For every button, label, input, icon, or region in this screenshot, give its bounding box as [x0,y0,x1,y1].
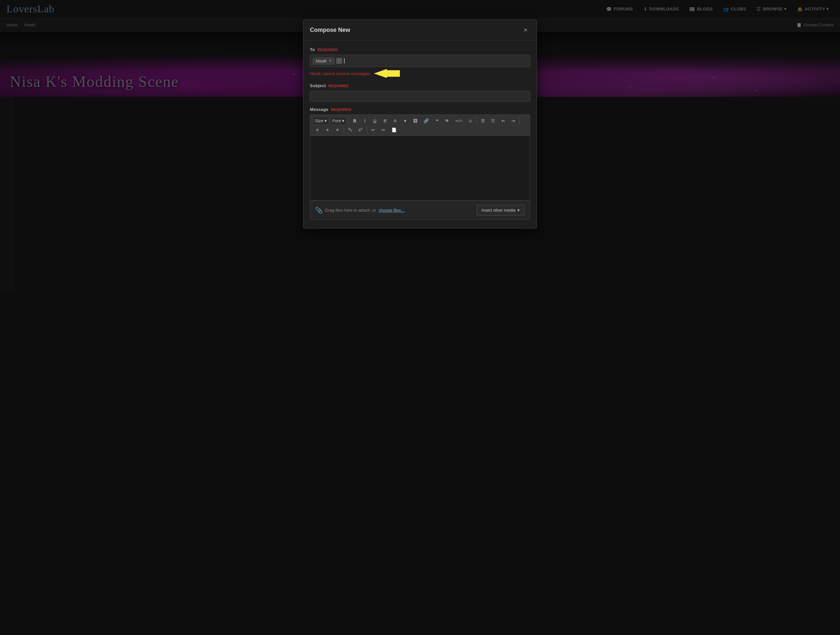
arrow-indicator [374,69,400,78]
modal-header: Compose New × [303,20,537,41]
to-cursor [344,58,345,63]
toolbar-text-color-arrow[interactable]: ▾ [401,117,410,125]
toolbar-separator-2 [477,118,477,124]
message-label: Message [310,107,328,112]
attach-icon: 📎 [316,207,322,214]
toolbar-separator-3 [519,118,520,124]
toolbar-highlight[interactable]: A [390,117,399,125]
toolbar-indent-decrease[interactable]: ⇐ [499,117,508,125]
message-field-group: Message REQUIRED Size ▾ Font ▾ B I [310,107,530,220]
editor-toolbar: Size ▾ Font ▾ B I U S A ▾ 🖼 🔗 [310,114,530,136]
to-label: To [310,47,315,52]
choose-files-link[interactable]: choose files... [379,208,405,213]
toolbar-italic[interactable]: I [360,117,369,125]
subject-required-badge: REQUIRED [328,84,349,88]
drag-label: Drag files here to attach, or [325,208,376,213]
toolbar-bold[interactable]: B [350,117,359,125]
toolbar-blockquote[interactable]: ❝ [433,117,441,125]
message-label-row: Message REQUIRED [310,107,530,112]
message-editor[interactable] [310,136,530,201]
toolbar-align-center[interactable]: ≡ [323,126,332,134]
svg-marker-0 [374,69,400,78]
recipient-tag: NisaK × [313,57,334,64]
to-input-container[interactable]: NisaK × [310,55,530,67]
modal-title: Compose New [310,27,350,33]
subject-label: Subject [310,83,326,88]
toolbar-source[interactable]: 📄 [389,126,399,134]
toolbar-subscript[interactable]: X2 [346,126,355,134]
font-dropdown[interactable]: Font ▾ [330,117,347,125]
insert-media-button[interactable]: Insert other media ▾ [477,205,524,215]
toolbar-link[interactable]: 🔗 [421,117,431,125]
toolbar-undo[interactable]: ↩ [369,126,378,134]
toolbar-emoji[interactable]: ☺ [466,117,475,125]
toolbar-separator-4 [344,127,344,133]
toolbar-align-right[interactable]: ≡ [333,126,342,134]
to-field-group: To REQUIRED NisaK × NisaK cannot receive… [310,47,530,78]
subject-field-group: Subject REQUIRED [310,83,530,102]
toolbar-spoiler[interactable]: 👁 [442,117,452,125]
toolbar-underline[interactable]: U [370,117,379,125]
modal-close-button[interactable]: × [521,25,530,35]
toolbar-separator-5 [367,127,367,133]
to-label-row: To REQUIRED [310,47,530,52]
attach-area: 📎 Drag files here to attach, or choose f… [316,207,404,214]
modal-body: To REQUIRED NisaK × NisaK cannot receive… [303,41,537,228]
message-required-badge: REQUIRED [331,108,351,111]
modal-overlay: Compose New × To REQUIRED NisaK × [0,0,840,635]
error-text: NisaK cannot receive messages. [310,71,371,76]
compose-modal: Compose New × To REQUIRED NisaK × [303,19,537,228]
subject-label-row: Subject REQUIRED [310,83,530,88]
subject-input[interactable] [310,91,530,102]
toolbar-align-left[interactable]: ≡ [313,126,322,134]
recipient-remove-button[interactable]: × [329,59,331,63]
to-required-badge: REQUIRED [318,48,338,52]
toolbar-indent-increase[interactable]: ⇒ [509,117,518,125]
toolbar-insert-image[interactable]: 🖼 [411,117,420,125]
recipient-avatar [336,58,342,64]
toolbar-strikethrough[interactable]: S [381,117,390,125]
toolbar-list-number[interactable]: ☷ [488,117,497,125]
toolbar-list-bullet[interactable]: ☰ [478,117,488,125]
toolbar-separator-1 [348,118,349,124]
size-dropdown[interactable]: Size ▾ [313,117,329,125]
toolbar-code[interactable]: </> [453,117,464,124]
error-message-row: NisaK cannot receive messages. [310,69,530,78]
toolbar-redo[interactable]: ↪ [379,126,388,134]
editor-footer: 📎 Drag files here to attach, or choose f… [310,201,530,220]
recipient-name: NisaK [316,59,327,63]
toolbar-superscript[interactable]: X2 [356,126,365,134]
